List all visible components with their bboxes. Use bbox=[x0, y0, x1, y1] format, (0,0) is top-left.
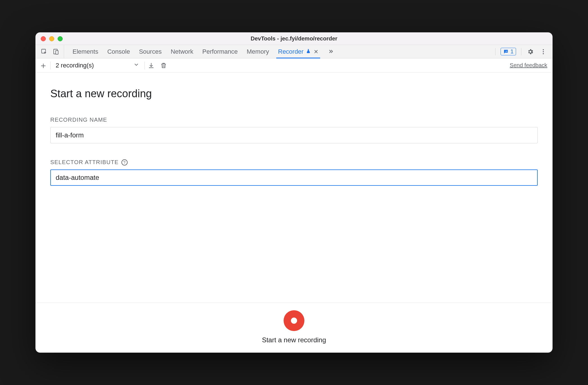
divider bbox=[495, 48, 496, 55]
svg-point-6 bbox=[543, 53, 544, 54]
recording-name-input[interactable] bbox=[50, 127, 538, 143]
settings-gear-icon[interactable] bbox=[526, 48, 534, 56]
maximize-window-button[interactable] bbox=[58, 36, 63, 41]
close-window-button[interactable] bbox=[41, 36, 46, 41]
more-options-icon[interactable] bbox=[539, 48, 547, 56]
page-title: Start a new recording bbox=[50, 88, 538, 100]
svg-point-4 bbox=[543, 49, 544, 50]
minimize-window-button[interactable] bbox=[49, 36, 54, 41]
titlebar: DevTools - jec.fyi/demo/recorder bbox=[36, 33, 552, 45]
divider bbox=[144, 62, 145, 69]
issues-button[interactable]: 1 bbox=[501, 48, 516, 55]
traffic-lights bbox=[36, 36, 63, 41]
tabs: Elements Console Sources Network Perform… bbox=[64, 45, 343, 58]
chevron-down-icon bbox=[133, 62, 139, 69]
recordings-dropdown[interactable]: 2 recording(s) bbox=[53, 62, 142, 69]
selector-attribute-input[interactable] bbox=[50, 169, 538, 186]
divider bbox=[50, 62, 51, 69]
selector-attribute-field: SELECTOR ATTRIBUTE ? bbox=[50, 159, 538, 186]
help-icon[interactable]: ? bbox=[121, 159, 128, 166]
new-recording-button[interactable]: ＋ bbox=[39, 61, 48, 70]
start-recording-button[interactable] bbox=[284, 310, 304, 331]
issues-count: 1 bbox=[510, 48, 514, 55]
tab-recorder[interactable]: Recorder ✕ bbox=[277, 45, 319, 58]
tab-console[interactable]: Console bbox=[107, 45, 131, 58]
recording-name-field: RECORDING NAME bbox=[50, 117, 538, 143]
tab-network[interactable]: Network bbox=[170, 45, 194, 58]
close-tab-icon[interactable]: ✕ bbox=[313, 48, 318, 55]
svg-rect-3 bbox=[505, 51, 507, 51]
record-dot-icon bbox=[291, 318, 297, 324]
export-icon[interactable] bbox=[147, 61, 155, 70]
delete-icon[interactable] bbox=[159, 61, 168, 70]
device-toolbar-icon[interactable] bbox=[52, 48, 60, 56]
selector-attribute-label: SELECTOR ATTRIBUTE ? bbox=[50, 159, 538, 166]
inspect-element-icon[interactable] bbox=[40, 48, 48, 56]
recorder-footer: Start a new recording bbox=[36, 303, 552, 352]
more-tabs-icon[interactable] bbox=[327, 48, 335, 56]
divider bbox=[521, 48, 521, 55]
tab-elements[interactable]: Elements bbox=[72, 45, 99, 58]
devtools-tabbar: Elements Console Sources Network Perform… bbox=[36, 45, 552, 58]
recorder-content: Start a new recording RECORDING NAME SEL… bbox=[36, 73, 552, 303]
tabbar-left-tools bbox=[38, 45, 64, 58]
send-feedback-link[interactable]: Send feedback bbox=[510, 62, 549, 69]
tab-memory[interactable]: Memory bbox=[246, 45, 270, 58]
recordings-label: 2 recording(s) bbox=[56, 62, 94, 69]
recording-name-label: RECORDING NAME bbox=[50, 117, 538, 123]
svg-rect-2 bbox=[56, 51, 58, 54]
tab-sources[interactable]: Sources bbox=[138, 45, 162, 58]
tab-performance[interactable]: Performance bbox=[202, 45, 238, 58]
start-recording-label: Start a new recording bbox=[262, 336, 326, 344]
recorder-toolbar: ＋ 2 recording(s) Send feedback bbox=[36, 58, 552, 73]
experiment-flask-icon bbox=[306, 48, 311, 55]
tabbar-right-tools: 1 bbox=[494, 45, 550, 58]
devtools-window: DevTools - jec.fyi/demo/recorder Element… bbox=[35, 32, 553, 353]
window-title: DevTools - jec.fyi/demo/recorder bbox=[36, 35, 552, 42]
svg-point-5 bbox=[543, 51, 544, 52]
